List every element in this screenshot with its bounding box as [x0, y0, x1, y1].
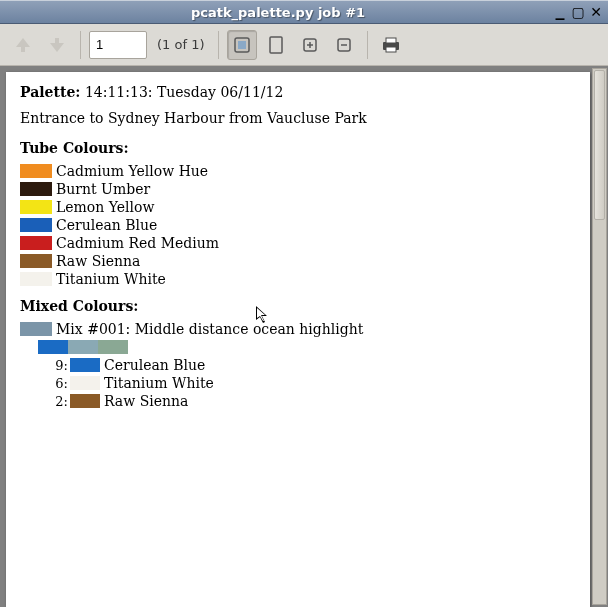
svg-rect-4 — [270, 37, 282, 53]
fit-page-icon — [266, 35, 286, 55]
window-title: pcatk_palette.py job #1 — [4, 5, 552, 20]
colour-swatch — [20, 164, 52, 178]
cursor-icon — [256, 306, 270, 324]
window: pcatk_palette.py job #1 _ ▢ ✕ (1 of 1) — [0, 0, 608, 607]
separator — [367, 31, 368, 59]
mixed-colours-heading: Mixed Colours: — [20, 298, 576, 314]
svg-marker-1 — [50, 38, 64, 52]
arrow-down-icon — [47, 35, 67, 55]
colour-name: Cadmium Yellow Hue — [56, 163, 208, 179]
colour-swatch — [70, 358, 100, 372]
vertical-scrollbar[interactable] — [592, 68, 607, 605]
palette-description: Entrance to Sydney Harbour from Vaucluse… — [20, 110, 576, 126]
colour-swatch — [20, 236, 52, 250]
zoom-in-button[interactable] — [295, 30, 325, 60]
colour-swatch — [20, 218, 52, 232]
tube-colour-row: Burnt Umber — [20, 180, 576, 198]
colour-name: Titanium White — [56, 271, 166, 287]
maximize-button[interactable]: ▢ — [570, 5, 586, 19]
colour-name: Cerulean Blue — [104, 357, 205, 373]
colour-name: Raw Sienna — [56, 253, 140, 269]
mix-ratio: 6: — [38, 376, 68, 391]
mix-strip-segment — [68, 340, 98, 354]
mixed-component-row: 6:Titanium White — [20, 374, 576, 392]
mix-strip-segment — [98, 340, 128, 354]
palette-timestamp: 14:11:13: — [85, 84, 153, 100]
colour-name: Raw Sienna — [104, 393, 188, 409]
separator — [218, 31, 219, 59]
mixed-colour-label: Mix #001: Middle distance ocean highligh… — [56, 321, 363, 337]
svg-rect-3 — [238, 41, 246, 49]
separator — [80, 31, 81, 59]
colour-swatch — [20, 254, 52, 268]
tube-colour-row: Cadmium Red Medium — [20, 234, 576, 252]
tube-colours-list: Cadmium Yellow HueBurnt UmberLemon Yello… — [20, 162, 576, 288]
palette-header: Palette: 14:11:13: Tuesday 06/11/12 — [20, 84, 576, 100]
mix-ratio: 2: — [38, 394, 68, 409]
titlebar: pcatk_palette.py job #1 _ ▢ ✕ — [0, 0, 608, 24]
colour-name: Titanium White — [104, 375, 214, 391]
mixed-component-row: 9:Cerulean Blue — [20, 356, 576, 374]
window-controls: _ ▢ ✕ — [552, 5, 604, 19]
colour-name: Cadmium Red Medium — [56, 235, 219, 251]
svg-rect-12 — [386, 47, 396, 52]
mixed-colour-header: Mix #001: Middle distance ocean highligh… — [20, 320, 576, 338]
tube-colours-heading: Tube Colours: — [20, 140, 576, 156]
colour-swatch — [20, 272, 52, 286]
zoom-out-icon — [334, 35, 354, 55]
page-content: Palette: 14:11:13: Tuesday 06/11/12 Entr… — [6, 72, 590, 607]
arrow-up-icon — [13, 35, 33, 55]
mix-ratio: 9: — [38, 358, 68, 373]
svg-rect-11 — [386, 38, 396, 43]
mixed-colours-list: Mix #001: Middle distance ocean highligh… — [20, 320, 576, 410]
mixed-colour-strip — [20, 338, 576, 356]
page-count-label: (1 of 1) — [157, 37, 204, 52]
prev-page-button[interactable] — [8, 30, 38, 60]
colour-swatch — [20, 182, 52, 196]
printer-icon — [380, 35, 402, 55]
close-button[interactable]: ✕ — [588, 5, 604, 19]
palette-label: Palette: — [20, 84, 80, 100]
svg-marker-0 — [16, 38, 30, 52]
print-button[interactable] — [376, 30, 406, 60]
colour-swatch — [70, 394, 100, 408]
page-area: Palette: 14:11:13: Tuesday 06/11/12 Entr… — [0, 66, 608, 607]
fit-page-button[interactable] — [261, 30, 291, 60]
fit-width-icon — [232, 35, 252, 55]
colour-swatch — [70, 376, 100, 390]
svg-marker-14 — [257, 308, 265, 321]
zoom-in-icon — [300, 35, 320, 55]
mix-strip-segment — [38, 340, 68, 354]
tube-colour-row: Cadmium Yellow Hue — [20, 162, 576, 180]
colour-swatch — [20, 200, 52, 214]
colour-name: Burnt Umber — [56, 181, 150, 197]
tube-colour-row: Titanium White — [20, 270, 576, 288]
fit-width-button[interactable] — [227, 30, 257, 60]
tube-colour-row: Lemon Yellow — [20, 198, 576, 216]
tube-colour-row: Cerulean Blue — [20, 216, 576, 234]
toolbar: (1 of 1) — [0, 24, 608, 66]
page-number-input[interactable] — [89, 31, 147, 59]
tube-colour-row: Raw Sienna — [20, 252, 576, 270]
palette-date: Tuesday 06/11/12 — [157, 84, 283, 100]
minimize-button[interactable]: _ — [552, 5, 568, 19]
next-page-button[interactable] — [42, 30, 72, 60]
colour-name: Lemon Yellow — [56, 199, 154, 215]
colour-swatch — [20, 322, 52, 336]
mixed-component-row: 2:Raw Sienna — [20, 392, 576, 410]
zoom-out-button[interactable] — [329, 30, 359, 60]
colour-name: Cerulean Blue — [56, 217, 157, 233]
scroll-thumb[interactable] — [594, 70, 605, 220]
